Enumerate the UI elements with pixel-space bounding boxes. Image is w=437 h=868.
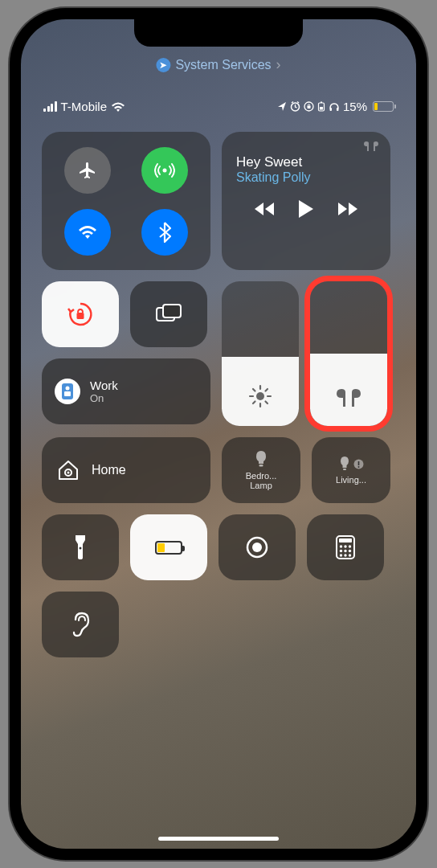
svg-rect-6 — [329, 108, 332, 111]
home-indicator[interactable] — [158, 837, 279, 841]
svg-point-25 — [67, 472, 70, 474]
svg-rect-9 — [77, 313, 84, 319]
phone-frame: ➤ System Services › T-Mobile 15% — [10, 8, 427, 860]
screen-record-button[interactable] — [218, 514, 296, 580]
airplane-mode-button[interactable] — [64, 147, 111, 194]
svg-rect-35 — [339, 538, 352, 542]
connectivity-tile[interactable] — [42, 132, 210, 270]
screen-mirroring-button[interactable] — [130, 281, 207, 347]
hearing-button[interactable] — [42, 592, 119, 657]
focus-tile[interactable]: Work On — [42, 358, 210, 424]
battery-pct: 15% — [343, 100, 367, 113]
flashlight-button[interactable] — [42, 514, 119, 580]
svg-point-30 — [358, 466, 360, 468]
svg-point-42 — [340, 554, 342, 556]
forward-button[interactable] — [337, 201, 359, 217]
status-left: T-Mobile — [43, 100, 125, 113]
svg-rect-11 — [163, 305, 181, 317]
volume-slider[interactable] — [310, 281, 387, 426]
room1-sub: Lamp — [246, 481, 277, 490]
brightness-slider[interactable] — [222, 281, 299, 426]
cellular-data-button[interactable] — [141, 147, 188, 194]
location-status-icon — [278, 102, 287, 111]
svg-point-15 — [256, 392, 264, 400]
antenna-icon — [154, 160, 175, 181]
location-banner[interactable]: ➤ System Services › — [156, 56, 280, 73]
media-title: Hey Sweet — [236, 154, 376, 170]
flashlight-icon — [73, 534, 88, 561]
chevron-right-icon: › — [276, 56, 281, 73]
notch — [134, 19, 303, 47]
ear-icon — [71, 612, 90, 637]
svg-line-21 — [266, 402, 268, 404]
svg-rect-26 — [259, 465, 263, 467]
svg-point-31 — [80, 547, 82, 550]
focus-work-icon — [55, 379, 80, 404]
media-controls — [236, 199, 376, 219]
svg-rect-14 — [64, 391, 71, 396]
svg-rect-29 — [358, 461, 360, 465]
battery-icon — [373, 101, 394, 112]
bulb-icon — [254, 450, 268, 468]
screen-mirroring-icon — [155, 303, 182, 326]
airplane-icon — [78, 161, 97, 180]
headphones-status-icon — [329, 101, 340, 113]
svg-rect-27 — [343, 469, 346, 470]
room1-label: Bedro... — [246, 471, 277, 481]
home-label: Home — [92, 463, 126, 477]
svg-rect-4 — [321, 102, 322, 104]
home-icon — [56, 458, 80, 482]
low-power-icon — [155, 541, 182, 555]
alert-icon — [353, 459, 364, 469]
record-icon — [245, 535, 269, 559]
calculator-icon — [336, 535, 355, 559]
location-arrow-icon: ➤ — [156, 58, 170, 72]
status-right: 15% — [278, 100, 394, 113]
rewind-button[interactable] — [253, 201, 276, 217]
svg-point-33 — [252, 542, 262, 552]
svg-point-38 — [349, 545, 351, 547]
svg-point-40 — [344, 550, 346, 552]
signal-icon — [43, 102, 57, 112]
play-button[interactable] — [297, 199, 315, 219]
control-center-screen: ➤ System Services › T-Mobile 15% — [21, 19, 416, 849]
calculator-button[interactable] — [307, 514, 384, 580]
bulb-icon — [338, 456, 351, 472]
carrier-label: T-Mobile — [61, 100, 108, 113]
bluetooth-button[interactable] — [141, 209, 188, 256]
bluetooth-icon — [158, 222, 171, 243]
svg-point-39 — [340, 550, 342, 552]
svg-point-8 — [163, 168, 167, 172]
svg-point-44 — [349, 554, 351, 556]
living-room-tile[interactable]: Living... — [312, 437, 390, 503]
wifi-button[interactable] — [64, 209, 111, 256]
brightness-icon — [222, 384, 299, 408]
focus-label: Work — [90, 379, 118, 392]
svg-point-36 — [340, 545, 342, 547]
banner-text: System Services — [175, 58, 271, 72]
rotation-lock-button[interactable] — [42, 281, 119, 347]
focus-status: On — [90, 392, 118, 404]
bedroom-lamp-tile[interactable]: Bedro... Lamp — [222, 437, 300, 503]
low-power-button[interactable] — [130, 514, 207, 580]
rotation-lock-status-icon — [304, 101, 314, 112]
svg-line-23 — [266, 389, 268, 391]
media-tile[interactable]: Hey Sweet Skating Polly — [222, 132, 390, 270]
media-artist: Skating Polly — [236, 170, 376, 185]
svg-line-22 — [253, 402, 255, 404]
airpods-indicator-icon — [363, 140, 379, 153]
svg-line-20 — [253, 389, 255, 391]
svg-point-13 — [66, 387, 70, 391]
controls-grid: Hey Sweet Skating Polly Work On — [42, 132, 395, 657]
alarm-icon — [290, 101, 300, 112]
status-bar: T-Mobile 15% — [21, 100, 416, 113]
svg-point-43 — [344, 554, 346, 556]
wifi-icon — [77, 224, 98, 240]
svg-rect-2 — [307, 106, 310, 109]
airpods-volume-icon — [310, 387, 387, 408]
svg-rect-7 — [337, 108, 339, 111]
svg-point-37 — [344, 545, 346, 547]
battery-status-icon — [317, 101, 325, 112]
home-tile[interactable]: Home — [42, 437, 210, 503]
svg-rect-5 — [320, 107, 323, 110]
